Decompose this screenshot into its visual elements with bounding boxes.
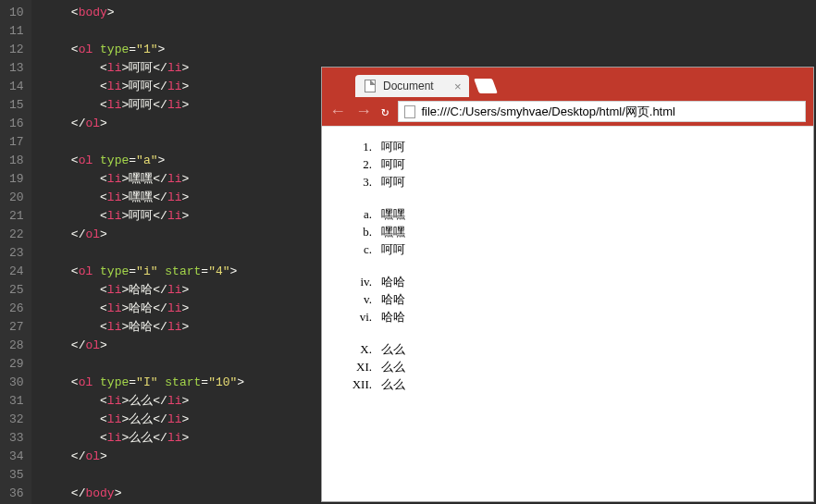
code-area[interactable]: <body> <ol type="1"> <li>呵呵</li> <li>呵呵<…	[31, 0, 245, 504]
list-marker: iv.	[339, 273, 381, 290]
list-marker: 1.	[339, 138, 381, 155]
list-text: 呵呵	[381, 155, 405, 173]
list-marker: X.	[339, 340, 381, 358]
list-marker: 2.	[339, 155, 381, 173]
list-marker: vi.	[339, 308, 381, 326]
new-tab-button[interactable]	[474, 79, 498, 93]
line-gutter: 1011121314151617181920212223242526272829…	[0, 0, 31, 504]
list-text: 呵呵	[381, 138, 405, 155]
list-marker: b.	[339, 223, 381, 240]
browser-viewport: 1.呵呵2.呵呵3.呵呵a.嘿嘿b.嘿嘿c.呵呵iv.哈哈v.哈哈vi.哈哈X.…	[322, 127, 813, 419]
list-text: 么么	[381, 340, 405, 358]
list-item: XI.么么	[339, 358, 797, 375]
ordered-list: 1.呵呵2.呵呵3.呵呵	[339, 138, 797, 191]
list-item: b.嘿嘿	[339, 223, 797, 240]
ordered-list: iv.哈哈v.哈哈vi.哈哈	[339, 273, 797, 326]
list-item: iv.哈哈	[339, 273, 797, 290]
list-text: 哈哈	[381, 273, 405, 290]
list-text: 呵呵	[381, 173, 405, 191]
list-item: 2.呵呵	[339, 155, 797, 173]
list-item: v.哈哈	[339, 290, 797, 308]
list-text: 嘿嘿	[381, 223, 405, 240]
list-item: c.呵呵	[339, 240, 797, 258]
list-marker: XII.	[339, 375, 381, 393]
list-marker: c.	[339, 240, 381, 258]
ordered-list: a.嘿嘿b.嘿嘿c.呵呵	[339, 205, 797, 258]
list-text: 哈哈	[381, 308, 405, 326]
list-marker: 3.	[339, 173, 381, 191]
list-item: X.么么	[339, 340, 797, 358]
list-item: 3.呵呵	[339, 173, 797, 191]
list-item: vi.哈哈	[339, 308, 797, 326]
url-text: file:///C:/Users/smyhvae/Desktop/html/网页…	[421, 104, 675, 120]
list-text: 么么	[381, 358, 405, 375]
list-marker: XI.	[339, 358, 381, 375]
list-text: 么么	[381, 375, 405, 393]
browser-window: Document × ← → ↻ file:///C:/Users/smyhva…	[321, 67, 814, 502]
file-icon	[365, 80, 376, 92]
list-text: 哈哈	[381, 290, 405, 308]
browser-tab[interactable]: Document ×	[355, 75, 469, 97]
list-marker: v.	[339, 290, 381, 308]
list-marker: a.	[339, 205, 381, 223]
back-button[interactable]: ←	[329, 102, 346, 121]
forward-button[interactable]: →	[355, 102, 372, 121]
reload-button[interactable]: ↻	[381, 104, 389, 119]
list-item: 1.呵呵	[339, 138, 797, 155]
tab-title: Document	[383, 80, 434, 92]
ordered-list: X.么么XI.么么XII.么么	[339, 340, 797, 393]
tab-strip: Document ×	[322, 68, 813, 97]
close-tab-icon[interactable]: ×	[454, 80, 462, 93]
list-text: 嘿嘿	[381, 205, 405, 223]
list-item: XII.么么	[339, 375, 797, 393]
browser-toolbar: ← → ↻ file:///C:/Users/smyhvae/Desktop/h…	[322, 97, 813, 127]
address-bar[interactable]: file:///C:/Users/smyhvae/Desktop/html/网页…	[398, 101, 806, 122]
page-icon	[404, 105, 415, 118]
list-text: 呵呵	[381, 240, 405, 258]
list-item: a.嘿嘿	[339, 205, 797, 223]
